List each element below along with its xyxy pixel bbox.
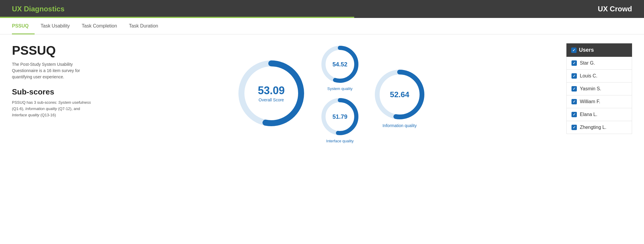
user-name-louis: Louis C. bbox=[580, 73, 597, 79]
subscores-column: 54.52 System quality 51.79 Interface qua… bbox=[319, 43, 361, 143]
interface-quality-label: 51.79 bbox=[332, 113, 347, 120]
subscores-title: Sub-scores bbox=[12, 87, 95, 97]
interface-quality-score: 51.79 bbox=[332, 113, 347, 120]
pssuq-description: The Post-Study System Usability Question… bbox=[12, 61, 95, 80]
tab-task-duration[interactable]: Task Duration bbox=[123, 18, 164, 34]
system-quality-donut: 54.52 bbox=[319, 43, 361, 85]
user-name-william: William F. bbox=[580, 99, 600, 104]
interface-quality-donut: 51.79 bbox=[319, 96, 361, 138]
main-content: PSSUQ The Post-Study System Usability Qu… bbox=[0, 34, 644, 152]
nav-tabs: PSSUQ Task Usability Task Completion Tas… bbox=[0, 18, 644, 34]
user-checkbox-louis[interactable] bbox=[571, 73, 577, 79]
users-select-all-checkbox[interactable] bbox=[571, 48, 577, 53]
pssuq-title: PSSUQ bbox=[12, 43, 95, 58]
user-checkbox-star[interactable] bbox=[571, 60, 577, 66]
user-item-elana[interactable]: Elana L. bbox=[567, 108, 632, 121]
user-item-star[interactable]: Star G. bbox=[567, 57, 632, 70]
system-quality-score: 54.52 bbox=[332, 61, 347, 68]
user-checkbox-yasmin[interactable] bbox=[571, 86, 577, 92]
tab-task-usability[interactable]: Task Usability bbox=[35, 18, 76, 34]
info-quality-label: 52.64 bbox=[390, 90, 409, 99]
tab-pssuq[interactable]: PSSUQ bbox=[12, 18, 35, 34]
app-title-right: UX Crowd bbox=[598, 5, 632, 13]
user-checkbox-zhengting[interactable] bbox=[571, 125, 577, 130]
system-quality-item: 54.52 System quality bbox=[319, 43, 361, 91]
center-panel: 53.09 Overall Score 54.52 System quality bbox=[101, 43, 560, 143]
info-quality-item: 52.64 Information quality bbox=[373, 68, 426, 128]
left-panel: PSSUQ The Post-Study System Usability Qu… bbox=[12, 43, 95, 143]
main-score-label: Overall Score bbox=[259, 97, 284, 102]
main-score: 53.09 bbox=[258, 84, 285, 97]
user-checkbox-william[interactable] bbox=[571, 99, 577, 104]
user-item-yasmin[interactable]: Yasmin S. bbox=[567, 83, 632, 95]
system-quality-label: 54.52 bbox=[332, 61, 347, 68]
interface-quality-name: Interface quality bbox=[326, 139, 354, 143]
right-panel: Users Star G. Louis C. Yasmin S. William… bbox=[566, 43, 632, 143]
header: UX Diagnostics UX Crowd bbox=[0, 0, 644, 18]
info-quality-name: Information quality bbox=[383, 123, 417, 128]
user-checkbox-elana[interactable] bbox=[571, 112, 577, 117]
users-header: Users bbox=[566, 43, 632, 57]
tab-task-completion[interactable]: Task Completion bbox=[76, 18, 123, 34]
user-item-william[interactable]: William F. bbox=[567, 95, 632, 108]
main-donut-label: 53.09 Overall Score bbox=[258, 84, 285, 102]
user-item-louis[interactable]: Louis C. bbox=[567, 70, 632, 83]
users-list: Star G. Louis C. Yasmin S. William F. El… bbox=[566, 57, 632, 134]
main-donut-container: 53.09 Overall Score bbox=[235, 57, 307, 129]
app-title-left: UX Diagnostics bbox=[12, 5, 598, 13]
info-quality-score: 52.64 bbox=[390, 90, 409, 99]
user-name-elana: Elana L. bbox=[580, 112, 597, 117]
user-item-zhengting[interactable]: Zhengting L. bbox=[567, 121, 632, 134]
system-quality-name: System quality bbox=[327, 86, 353, 91]
user-name-star: Star G. bbox=[580, 60, 595, 66]
info-quality-donut: 52.64 bbox=[373, 68, 426, 121]
users-header-label: Users bbox=[579, 47, 594, 53]
user-name-yasmin: Yasmin S. bbox=[580, 86, 601, 92]
subscores-description: PSSUQ has 3 sub-scores: System usefulnes… bbox=[12, 100, 95, 118]
interface-quality-item: 51.79 Interface quality bbox=[319, 96, 361, 143]
user-name-zhengting: Zhengting L. bbox=[580, 125, 606, 130]
